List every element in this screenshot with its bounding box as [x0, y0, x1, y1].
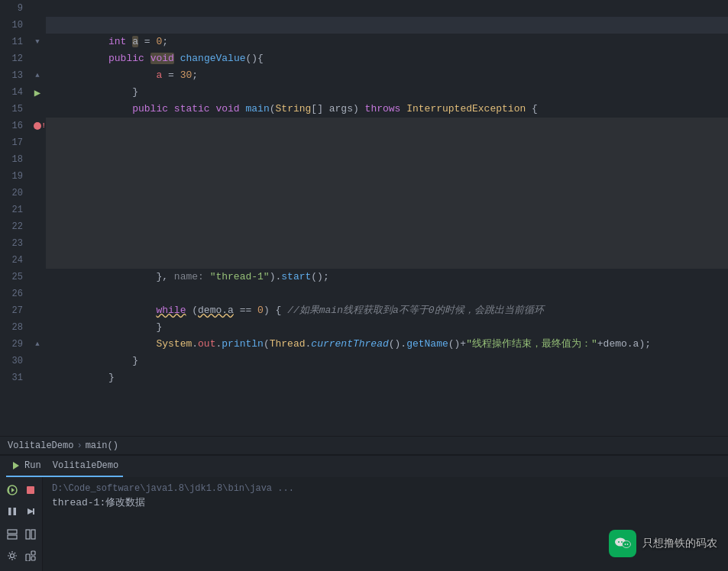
code-line-22: }	[46, 218, 728, 235]
code-line-19: Thread.sleep( millis: 1000);//暂停一下，让所有线程…	[46, 168, 728, 185]
tree-icon	[25, 550, 36, 561]
svg-rect-13	[26, 554, 30, 561]
watermark: 只想撸铁的码农	[609, 530, 717, 557]
svg-rect-3	[27, 486, 34, 494]
svg-rect-15	[31, 556, 35, 560]
breadcrumb-arrow: ›	[76, 440, 82, 451]
code-line-28: System.out.println(Thread.currentThread(…	[46, 319, 728, 336]
svg-rect-4	[8, 508, 11, 515]
svg-marker-2	[11, 488, 15, 492]
code-line-15: VolitaleDemo demo = new VolitaleDemo();	[46, 101, 728, 118]
svg-point-21	[627, 544, 629, 545]
code-line-23: demo.changeValue();	[46, 235, 728, 252]
step-button[interactable]	[22, 503, 39, 520]
svg-point-19	[621, 541, 623, 543]
svg-point-12	[10, 554, 14, 558]
run-tab-bar: Run VolitaleDemo	[0, 454, 728, 477]
code-line-30: }	[46, 353, 728, 369]
code-line-16: new Thread(() -> {	[46, 118, 728, 134]
watermark-text: 只想撸铁的码农	[642, 537, 717, 550]
svg-rect-9	[8, 535, 17, 539]
code-line-17: System.out.println(Thread.currentThread(…	[46, 134, 728, 151]
code-line-9	[46, 0, 728, 17]
line-numbers: 9 10 11 12 13 14 15 16 17 18 19 20 21 22…	[0, 0, 29, 436]
step-icon	[25, 506, 36, 517]
watermark-icon	[609, 530, 636, 557]
wechat-icon	[613, 534, 632, 553]
svg-rect-11	[31, 530, 35, 539]
run-output-line: thread-1:修改数据	[52, 495, 719, 511]
svg-rect-14	[31, 551, 35, 555]
svg-marker-6	[28, 508, 34, 515]
code-line-10: int a = 0;	[46, 17, 728, 34]
code-line-14: public static void main(String[] args) t…	[46, 84, 728, 101]
svg-rect-10	[26, 530, 30, 539]
layout-button-2[interactable]	[22, 526, 39, 543]
stop-button[interactable]	[22, 482, 39, 498]
layout-icon-2	[25, 529, 36, 540]
rerun-button[interactable]	[4, 482, 21, 498]
code-line-27: }	[46, 302, 728, 319]
code-line-13: }	[46, 67, 728, 84]
pause-button[interactable]	[4, 503, 21, 520]
svg-rect-8	[8, 530, 17, 534]
fold-end-icon-13[interactable]: ▲	[35, 72, 39, 79]
gutter: ▼ ▲ ▶ !	[29, 0, 46, 436]
run-tab[interactable]: Run VolitaleDemo	[6, 456, 123, 477]
layout-icon-1	[7, 529, 18, 540]
code-line-21: e.printStackTrace();	[46, 202, 728, 218]
code-line-12: a = 30;	[46, 50, 728, 67]
settings-icon	[7, 550, 18, 561]
run-sidebar	[0, 477, 43, 571]
run-icon	[11, 460, 21, 471]
breadcrumb-class: VolitaleDemo	[8, 440, 73, 451]
fold-icon-11[interactable]: ▼	[35, 38, 39, 46]
breakpoint-16[interactable]	[34, 122, 41, 130]
run-arrow-14: ▶	[34, 86, 40, 99]
run-cmd-line: D:\Code_software\java1.8\jdk1.8\bin\java…	[52, 482, 719, 495]
tree-button[interactable]	[22, 547, 39, 564]
stop-icon	[25, 485, 36, 495]
editor-area: 9 10 11 12 13 14 15 16 17 18 19 20 21 22…	[0, 0, 728, 454]
svg-rect-5	[13, 508, 16, 515]
svg-point-18	[618, 541, 620, 543]
settings-button[interactable]	[4, 547, 21, 564]
code-line-25	[46, 269, 728, 286]
code-line-11: public void changeValue(){	[46, 34, 728, 50]
code-lines: int a = 0; public void changeValue(){ a …	[46, 0, 728, 436]
code-line-20: } catch (InterruptedException e) {	[46, 185, 728, 202]
svg-marker-0	[13, 462, 19, 469]
code-line-18: try {	[46, 151, 728, 168]
fold-end-icon-29[interactable]: ▲	[35, 340, 39, 348]
code-line-31	[46, 369, 728, 386]
pause-icon	[7, 506, 18, 517]
rerun-icon	[6, 484, 18, 496]
svg-rect-7	[33, 508, 34, 515]
code-line-29: }	[46, 336, 728, 353]
svg-point-17	[623, 541, 631, 548]
svg-point-20	[625, 544, 626, 545]
breadcrumb-bar: VolitaleDemo › main()	[0, 436, 728, 454]
layout-button-1[interactable]	[4, 526, 21, 543]
code-line-26: while (demo.a == 0) { //如果main线程获取到a不等于0…	[46, 286, 728, 302]
code-line-24: }, name: "thread-1").start();	[46, 252, 728, 269]
breadcrumb-method: main()	[86, 440, 118, 451]
